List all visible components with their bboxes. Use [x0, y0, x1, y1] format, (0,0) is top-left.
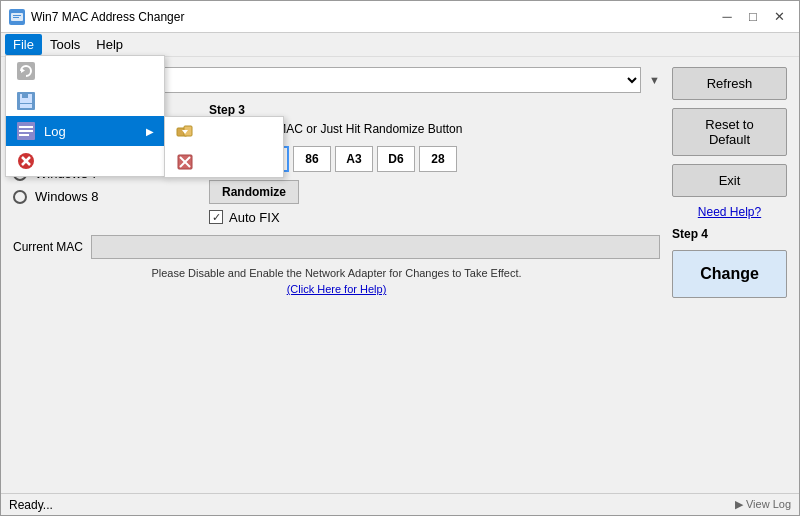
title-bar-left: Win7 MAC Address Changer	[9, 9, 184, 25]
radio-win8[interactable]: Windows 8	[13, 189, 193, 204]
menu-tools[interactable]: Tools	[42, 34, 88, 55]
autofix-checkbox[interactable]	[209, 210, 223, 224]
menu-reset-application[interactable]: Reset Application	[6, 56, 164, 86]
mac-field-3[interactable]	[335, 146, 373, 172]
step4-label: Step 4	[672, 227, 787, 241]
change-button[interactable]: Change	[672, 250, 787, 298]
status-text: Ready...	[9, 498, 53, 512]
menu-exit[interactable]: Exit	[6, 146, 164, 176]
footer-text-line2[interactable]: (Click Here for Help)	[13, 281, 660, 298]
footer-text: Please Disable and Enable the Network Ad…	[13, 265, 660, 298]
menu-bar: File Reset Application	[1, 33, 799, 57]
menu-log-clear[interactable]: Clear	[165, 147, 283, 177]
menu-help[interactable]: Help	[88, 34, 131, 55]
menu-save-info[interactable]: Save Info	[6, 86, 164, 116]
svg-rect-13	[19, 134, 29, 136]
submenu-arrow: ▶	[146, 126, 154, 137]
status-bar: Ready... ▶ View Log	[1, 493, 799, 515]
clear-icon	[175, 152, 195, 172]
app-icon	[9, 9, 25, 25]
exit-icon	[16, 151, 36, 171]
reset-icon	[16, 61, 36, 81]
title-text: Win7 MAC Address Changer	[31, 10, 184, 24]
adapter-dropdown-arrow[interactable]: ▼	[649, 74, 660, 86]
svg-rect-8	[22, 94, 28, 98]
open-icon	[175, 122, 195, 142]
svg-rect-12	[19, 130, 33, 132]
log-icon	[16, 121, 36, 141]
log-submenu: Open Clear	[164, 116, 284, 178]
svg-rect-4	[17, 62, 35, 80]
refresh-button[interactable]: Refresh	[672, 67, 787, 100]
file-dropdown: Reset Application Save Info	[5, 55, 165, 177]
mac-field-5[interactable]	[419, 146, 457, 172]
current-mac-label: Current MAC	[13, 240, 83, 254]
maximize-button[interactable]: □	[741, 8, 765, 26]
svg-rect-3	[13, 17, 19, 18]
reset-default-button[interactable]: Reset toDefault	[672, 108, 787, 156]
exit-button[interactable]: Exit	[672, 164, 787, 197]
current-mac-row: Current MAC	[13, 235, 660, 259]
menu-log[interactable]: Log ▶	[6, 116, 164, 146]
svg-rect-9	[20, 104, 32, 108]
autofix-label: Auto FIX	[229, 210, 280, 225]
minimize-button[interactable]: ─	[715, 8, 739, 26]
title-bar: Win7 MAC Address Changer ─ □ ✕	[1, 1, 799, 33]
mac-field-2[interactable]	[293, 146, 331, 172]
svg-rect-11	[19, 126, 33, 128]
title-bar-controls: ─ □ ✕	[715, 8, 791, 26]
view-log-link[interactable]: ▶ View Log	[735, 498, 791, 511]
right-panel: Refresh Reset toDefault Exit Need Help? …	[672, 67, 787, 298]
close-button[interactable]: ✕	[767, 8, 791, 26]
radio-win8-label: Windows 8	[35, 189, 99, 204]
mac-field-4[interactable]	[377, 146, 415, 172]
randomize-button[interactable]: Randomize	[209, 180, 299, 204]
current-mac-display	[91, 235, 660, 259]
svg-rect-2	[13, 15, 21, 16]
need-help-link[interactable]: Need Help?	[672, 205, 787, 219]
step3-label: Step 3	[209, 103, 660, 117]
footer-text-line1: Please Disable and Enable the Network Ad…	[13, 265, 660, 282]
radio-win8-circle	[13, 190, 27, 204]
save-icon	[16, 91, 36, 111]
autofix-row: Auto FIX	[209, 210, 660, 225]
app-window: Win7 MAC Address Changer ─ □ ✕ File	[0, 0, 800, 516]
menu-file[interactable]: File Reset Application	[5, 34, 42, 55]
menu-log-open[interactable]: Open	[165, 117, 283, 147]
